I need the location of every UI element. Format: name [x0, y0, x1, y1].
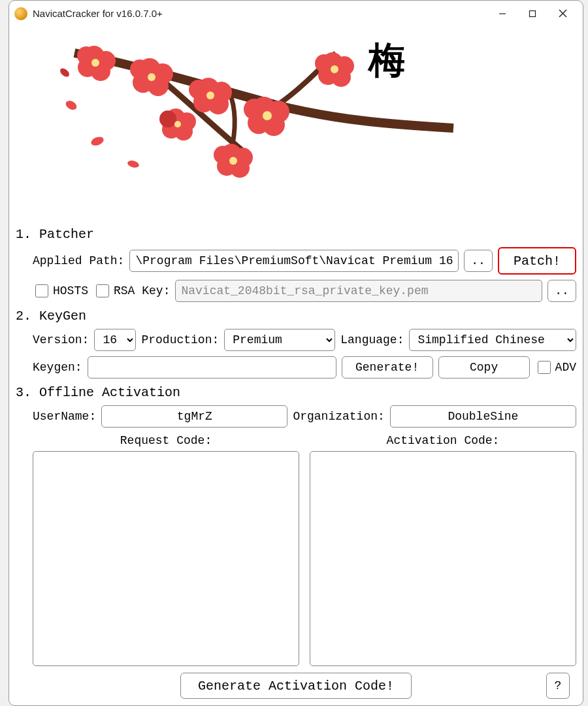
rsa-checkbox[interactable] — [96, 284, 109, 297]
svg-point-20 — [189, 80, 208, 99]
username-label: UserName: — [33, 410, 96, 423]
app-window: NavicatCracker for v16.0.7.0+ — [8, 0, 583, 706]
titlebar: NavicatCracker for v16.0.7.0+ — [9, 1, 583, 27]
keygen-label: Keygen: — [33, 361, 82, 374]
svg-point-48 — [127, 160, 140, 169]
banner-image: 梅 — [9, 27, 583, 223]
username-input[interactable] — [101, 405, 287, 428]
request-code-label: Request Code: — [33, 434, 299, 447]
window-title: NavicatCracker for v16.0.7.0+ — [33, 8, 487, 19]
help-button[interactable]: ? — [546, 673, 570, 699]
rsa-label: RSA Key: — [114, 284, 170, 297]
browse-rsa-button[interactable]: .. — [547, 280, 576, 302]
adv-label: ADV — [555, 361, 576, 374]
hosts-label: HOSTS — [53, 284, 88, 297]
content-area: 1. Patcher Applied Path: .. Patch! HOSTS… — [9, 223, 583, 705]
language-select[interactable]: Simplified Chinese — [409, 329, 576, 351]
app-icon — [14, 7, 27, 20]
browse-path-button[interactable]: .. — [464, 250, 493, 272]
production-select[interactable]: Premium — [224, 329, 335, 351]
svg-point-45 — [174, 121, 181, 127]
svg-rect-1 — [530, 10, 536, 16]
svg-point-15 — [148, 73, 155, 81]
language-label: Language: — [340, 333, 404, 346]
request-code-textarea[interactable] — [33, 451, 299, 666]
hosts-checkbox[interactable] — [35, 284, 48, 297]
minimize-button[interactable] — [487, 1, 517, 27]
svg-point-32 — [315, 54, 333, 73]
svg-point-47 — [90, 135, 105, 147]
svg-point-49 — [59, 67, 71, 78]
svg-point-26 — [244, 99, 265, 120]
adv-checkbox-wrap[interactable]: ADV — [535, 359, 576, 376]
svg-point-38 — [214, 146, 232, 164]
applied-path-input[interactable] — [129, 250, 459, 272]
organization-label: Organization: — [293, 410, 384, 423]
hosts-checkbox-wrap[interactable]: HOSTS — [33, 282, 88, 299]
svg-point-39 — [229, 157, 237, 165]
patch-button[interactable]: Patch! — [498, 247, 576, 275]
maximize-button[interactable] — [517, 1, 547, 27]
generate-key-button[interactable]: Generate! — [342, 356, 433, 378]
svg-point-33 — [331, 65, 338, 73]
plum-blossom-icon: 梅 — [35, 27, 460, 197]
svg-point-14 — [130, 59, 150, 79]
production-label: Production: — [141, 333, 219, 346]
svg-point-46 — [64, 99, 78, 111]
svg-point-27 — [263, 111, 272, 120]
keygen-input[interactable] — [88, 356, 336, 378]
adv-checkbox[interactable] — [538, 361, 551, 374]
svg-point-21 — [206, 92, 214, 99]
organization-input[interactable] — [390, 405, 576, 428]
applied-path-label: Applied Path: — [33, 254, 124, 267]
rsa-checkbox-wrap[interactable]: RSA Key: — [93, 282, 170, 299]
svg-point-9 — [91, 59, 99, 67]
copy-key-button[interactable]: Copy — [438, 356, 530, 378]
version-select[interactable]: 16 — [94, 329, 136, 351]
activation-code-textarea[interactable] — [310, 451, 576, 666]
rsa-key-input — [175, 280, 542, 302]
version-label: Version: — [33, 333, 89, 346]
close-button[interactable] — [547, 1, 578, 27]
keygen-section-title: 2. KeyGen — [16, 309, 576, 324]
calligraphy-text: 梅 — [367, 40, 405, 80]
activation-section-title: 3. Offline Activation — [16, 385, 576, 400]
activation-code-label: Activation Code: — [310, 434, 576, 447]
generate-activation-button[interactable]: Generate Activation Code! — [180, 673, 412, 699]
svg-point-44 — [159, 110, 176, 127]
patcher-section-title: 1. Patcher — [16, 227, 576, 242]
